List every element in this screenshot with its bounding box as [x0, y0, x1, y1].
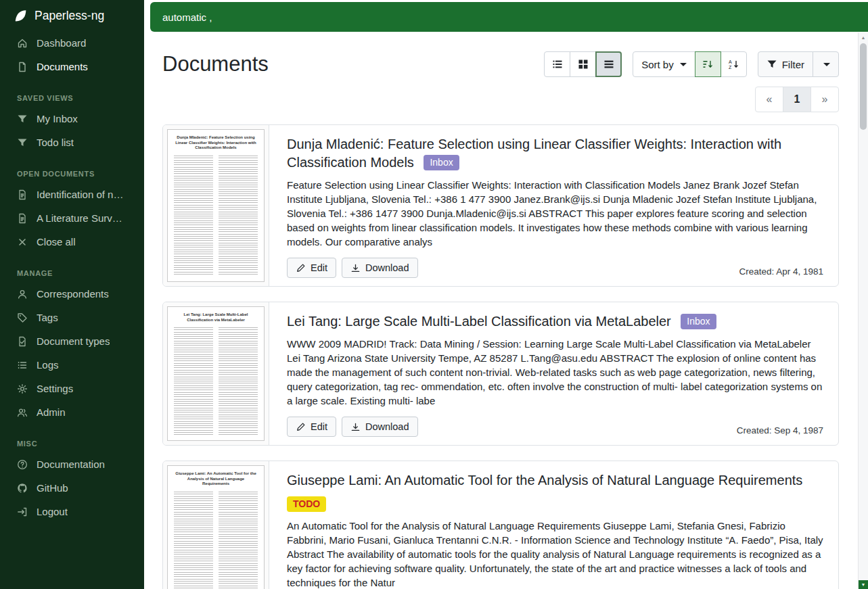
sidebar-section-saved-views: SAVED VIEWS — [0, 78, 144, 107]
funnel-icon — [17, 114, 28, 124]
sidebar-item-close-all[interactable]: Close all — [0, 230, 144, 254]
svg-text:A: A — [729, 60, 732, 64]
tag-badge-inbox[interactable]: Inbox — [424, 155, 459, 170]
sidebar-item-label: Document types — [37, 335, 110, 347]
edit-button[interactable]: Edit — [287, 417, 336, 437]
document-title-link[interactable]: Dunja Mladenić: Feature Selection using … — [287, 137, 781, 170]
sort-down-icon — [702, 59, 713, 70]
thumbnail-title-text: Giuseppe Lami: An Automatic Tool for the… — [174, 471, 258, 487]
person-icon — [17, 289, 28, 300]
document-title-link[interactable]: Lei Tang: Large Scale Multi-Label Classi… — [287, 314, 671, 329]
view-list-button[interactable] — [544, 51, 570, 77]
thumbnail-page: Giuseppe Lami: An Automatic Tool for the… — [167, 465, 265, 589]
sidebar-item-label: A Literature Survey on ... — [37, 212, 127, 224]
toolbar: Sort by AZ — [544, 51, 839, 77]
question-circle-icon — [17, 459, 28, 470]
sidebar: Paperless-ng Dashboard Documents SAVED V… — [0, 0, 144, 589]
edit-button[interactable]: Edit — [287, 258, 336, 278]
sort-descending-button[interactable] — [695, 51, 721, 77]
scrollbar-down-arrow[interactable]: ▼ — [859, 580, 868, 589]
grid-view-icon — [578, 59, 589, 70]
sidebar-item-dashboard[interactable]: Dashboard — [0, 31, 144, 55]
file-check-icon — [17, 336, 28, 347]
funnel-icon — [17, 137, 28, 148]
badge-row: TODO — [287, 496, 823, 512]
documents-icon — [17, 62, 28, 72]
sidebar-item-label: Documentation — [37, 458, 105, 470]
sidebar-item-label: My Inbox — [37, 113, 78, 124]
pagination-next[interactable]: » — [810, 87, 839, 112]
document-card-footer: Edit Download Created: Apr 4, 1981 — [287, 258, 823, 278]
filter-dropdown-button[interactable] — [813, 51, 839, 77]
brand[interactable]: Paperless-ng — [0, 0, 144, 31]
document-card: Giuseppe Lami: An Automatic Tool for the… — [162, 461, 839, 589]
documents-page: Documents — [144, 32, 868, 589]
document-card: Lei Tang: Large Scale Multi-Label Classi… — [162, 302, 839, 446]
sidebar-item-open-doc-1[interactable]: Identification of non-fu... — [0, 183, 144, 206]
filter-funnel-icon — [767, 59, 777, 70]
sidebar-item-label: Tags — [37, 312, 58, 323]
pencil-icon — [296, 422, 306, 432]
users-icon — [17, 407, 28, 418]
scrollbar-up-arrow[interactable]: ▲ — [859, 32, 868, 43]
search-input[interactable]: automatic , — [150, 2, 868, 32]
list-view-icon — [552, 59, 563, 70]
document-card: Dunja Mladenić: Feature Selection using … — [162, 124, 839, 287]
sidebar-item-open-doc-2[interactable]: A Literature Survey on ... — [0, 206, 144, 230]
sort-alpha-icon: AZ — [728, 59, 739, 70]
sidebar-item-label: Correspondents — [37, 288, 109, 300]
pagination-page-1[interactable]: 1 — [783, 87, 811, 112]
sidebar-item-todo-list[interactable]: Todo list — [0, 131, 144, 154]
sort-alphabetical-button[interactable]: AZ — [721, 51, 747, 77]
sidebar-item-document-types[interactable]: Document types — [0, 329, 144, 353]
document-thumbnail[interactable]: Lei Tang: Large Scale Multi-Label Classi… — [163, 302, 269, 445]
dashboard-icon — [17, 38, 28, 49]
sidebar-item-admin[interactable]: Admin — [0, 400, 144, 424]
sidebar-item-tags[interactable]: Tags — [0, 306, 144, 329]
sidebar-item-correspondents[interactable]: Correspondents — [0, 282, 144, 306]
view-grid-button[interactable] — [570, 51, 596, 77]
sort-by-button[interactable]: Sort by — [633, 51, 695, 77]
pagination-prev[interactable]: « — [755, 87, 783, 112]
document-title-link[interactable]: Giuseppe Lami: An Automatic Tool for the… — [287, 473, 802, 488]
sidebar-item-label: Todo list — [37, 137, 74, 148]
created-date: Created: Apr 4, 1981 — [739, 266, 823, 278]
document-thumbnail[interactable]: Dunja Mladenić: Feature Selection using … — [163, 125, 269, 286]
sidebar-item-logout[interactable]: Logout — [0, 500, 144, 523]
sidebar-item-label: Logout — [37, 506, 68, 517]
sidebar-section-manage: MANAGE — [0, 254, 144, 282]
document-title: Dunja Mladenić: Feature Selection using … — [287, 135, 823, 172]
pagination-row: « 1 » — [162, 87, 839, 112]
tag-badge-inbox[interactable]: Inbox — [681, 314, 716, 329]
document-thumbnail[interactable]: Giuseppe Lami: An Automatic Tool for the… — [163, 461, 269, 589]
caret-down-icon — [680, 63, 687, 66]
sidebar-item-label: Identification of non-fu... — [37, 189, 127, 200]
sidebar-item-settings[interactable]: Settings — [0, 377, 144, 400]
sidebar-item-documents[interactable]: Documents — [0, 55, 144, 78]
app-window: Paperless-ng Dashboard Documents SAVED V… — [0, 0, 868, 589]
main-area: automatic , Documents — [144, 0, 868, 589]
sidebar-item-github[interactable]: GitHub — [0, 476, 144, 500]
tag-badge-todo[interactable]: TODO — [287, 496, 326, 512]
tag-icon — [17, 312, 28, 323]
document-title: Giuseppe Lami: An Automatic Tool for the… — [287, 471, 823, 490]
filter-button[interactable]: Filter — [758, 51, 813, 77]
download-icon — [350, 422, 361, 432]
sidebar-item-documentation[interactable]: Documentation — [0, 452, 144, 476]
sidebar-item-logs[interactable]: Logs — [0, 353, 144, 377]
scrollbar-thumb[interactable] — [860, 43, 867, 130]
document-title: Lei Tang: Large Scale Multi-Label Classi… — [287, 312, 823, 331]
document-actions: Edit Download — [287, 258, 418, 278]
sidebar-item-label: Logs — [37, 359, 59, 371]
download-button[interactable]: Download — [342, 417, 418, 437]
view-details-button[interactable] — [595, 51, 622, 77]
thumbnail-page: Dunja Mladenić: Feature Selection using … — [167, 129, 265, 282]
page-header: Documents — [162, 51, 839, 77]
download-button[interactable]: Download — [342, 258, 418, 278]
sidebar-item-label: Documents — [37, 61, 88, 72]
download-button-label: Download — [365, 421, 409, 432]
github-icon — [17, 483, 28, 494]
sidebar-item-my-inbox[interactable]: My Inbox — [0, 107, 144, 131]
pencil-icon — [296, 263, 306, 273]
vertical-scrollbar[interactable]: ▲ ▼ — [858, 32, 868, 589]
